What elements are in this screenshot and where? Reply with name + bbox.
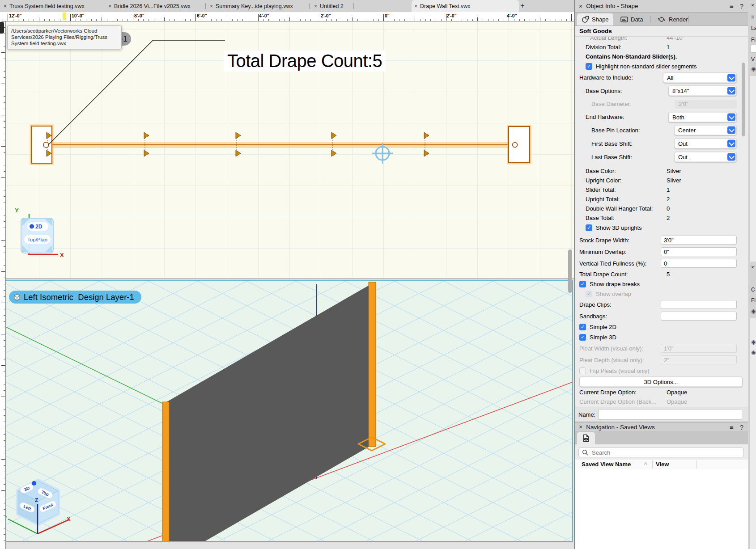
minimum-overlap-input[interactable] [661, 247, 737, 256]
tab-untitled-2[interactable]: × Untitled 2 [311, 0, 357, 12]
sandbags-input[interactable] [661, 312, 737, 321]
sort-asc-icon[interactable]: ^ [644, 461, 647, 468]
navigation-header: × Navigation - Saved Views ≡ ? [575, 422, 748, 431]
horizontal-scrollbar-area[interactable] [0, 542, 574, 549]
menu-icon[interactable]: ≡ [730, 2, 734, 10]
cube-z-axis-label: Z [35, 497, 38, 503]
close-icon[interactable]: × [579, 423, 582, 431]
hardware-include-dropdown[interactable]: All [663, 72, 737, 83]
panel-divider[interactable] [574, 0, 575, 549]
help-icon[interactable]: ? [740, 423, 743, 431]
menu-icon[interactable]: ≡ [751, 14, 754, 20]
isometric-viewport[interactable]: 3D Top Left Front Y X Z Left Isometric D… [0, 280, 573, 542]
row-double-wall-hanger-total: Double Wall Hanger Total:0 [575, 204, 748, 213]
vertical-tied-fullness-input[interactable] [661, 259, 737, 268]
clipped-label: C [751, 287, 755, 293]
tab-summary[interactable]: × Summary Key...ide playing.vwx [207, 0, 313, 12]
saved-views-list[interactable] [575, 469, 748, 549]
teapot-icon [657, 16, 666, 23]
iso-layer-pill[interactable]: Left Isometric Design Layer-1 [9, 291, 141, 304]
close-icon[interactable]: × [4, 3, 7, 9]
drape-clips-input[interactable] [661, 300, 737, 309]
base-diameter-field: 2'0" [675, 100, 737, 109]
y-axis-label: Y [15, 207, 19, 214]
panel-scrollbar-thumb[interactable] [742, 63, 745, 136]
checkbox-checked[interactable]: ✓ [579, 334, 586, 341]
row-upright-total: Upright Total:2 [575, 194, 748, 204]
column-view[interactable]: View [656, 461, 669, 468]
help-icon[interactable]: ? [740, 2, 743, 10]
tab-data[interactable]: Data [616, 13, 647, 25]
new-tab-button[interactable]: + [518, 1, 527, 10]
row-drape-clips: Drape Clips: [575, 299, 748, 310]
tab-divider [309, 3, 310, 9]
tab-truss-system[interactable]: × Truss System field testing.vwx [1, 0, 107, 12]
drape-count-annotation[interactable]: Total Drape Count:5 [224, 51, 386, 72]
tab-label: Drape Wall Test.vwx [420, 3, 471, 9]
close-icon[interactable]: × [108, 3, 111, 9]
eye-icon[interactable]: ◉ [751, 308, 756, 314]
tab-drape-wall-test[interactable]: × Drape Wall Test.vwx [412, 0, 519, 12]
clipped-field [751, 45, 756, 53]
close-icon[interactable]: × [210, 3, 213, 9]
close-icon[interactable]: × [751, 2, 754, 8]
close-icon[interactable]: × [579, 3, 582, 10]
chevron-down-icon [727, 113, 735, 121]
top-plan-viewport[interactable]: Y X 2D Top/Plan /Users/scottparker/Vecto… [0, 21, 574, 278]
widget-mode-label: 2D [35, 224, 42, 230]
upright-left [162, 402, 169, 541]
name-input[interactable] [598, 409, 742, 420]
chevron-down-icon [727, 140, 735, 148]
search-icon [582, 449, 588, 456]
close-icon[interactable]: × [751, 264, 754, 270]
tab-divider [205, 3, 206, 9]
canvas-scrollbar-thumb[interactable] [568, 249, 572, 293]
name-row: Name: [575, 407, 748, 422]
search-field[interactable] [578, 448, 744, 457]
tab-divider [353, 3, 354, 9]
checkbox-checked[interactable]: ✓ [586, 63, 592, 70]
checkbox-checked[interactable]: ✓ [579, 281, 586, 287]
menu-icon[interactable]: ≡ [730, 423, 734, 431]
row-pleat-width: Pleat Width (visual only): [575, 342, 748, 354]
tab-bridle[interactable]: × Bridle 2026 Vi...File v2025.vwx [106, 0, 209, 12]
end-hardware-dropdown[interactable]: Both [668, 112, 737, 122]
close-icon[interactable]: × [314, 3, 317, 9]
close-icon[interactable]: × [414, 3, 417, 9]
view-mode-widget[interactable]: 2D Top/Plan [21, 218, 53, 253]
first-base-shift-dropdown[interactable]: Out [674, 139, 737, 149]
ruler-tick-label: 2'-0" [321, 13, 331, 18]
base-pin-dropdown[interactable]: Center [674, 125, 737, 135]
last-base-shift-dropdown[interactable]: Out [674, 152, 737, 162]
pleat-width-input [661, 344, 737, 353]
row-base-pin-location: Base Pin Location: Center [575, 123, 748, 137]
saved-views-tab[interactable] [577, 432, 595, 444]
column-saved-view-name[interactable]: Saved View Name [582, 461, 631, 468]
ruler-tick-label: 8'-0" [134, 13, 144, 18]
row-show-3d-uprights: ✓ Show 3D uprights [575, 223, 748, 232]
document-tab-bar: × Truss System field testing.vwx × Bridl… [0, 0, 575, 13]
eye-icon[interactable]: ◉ [751, 349, 756, 355]
eye-icon[interactable]: ◉ [751, 66, 756, 72]
3d-options-button[interactable]: 3D Options... [579, 376, 743, 387]
base-options-dropdown[interactable]: 8"x14" [668, 86, 737, 96]
ruler-tick-label: 6'-0" [197, 13, 207, 18]
end-point-right [513, 143, 518, 148]
checkbox-checked[interactable]: ✓ [579, 324, 586, 330]
ruler-tick-label: 10'-0" [72, 13, 85, 18]
drawing-canvas[interactable]: Y X 2D Top/Plan /Users/scottparker/Vecto… [0, 12, 574, 549]
row-total-drape-count: Total Drape Count:5 [575, 269, 748, 279]
row-pleat-depth: Pleat Depth (visual only): [575, 354, 748, 366]
search-input[interactable] [591, 449, 727, 456]
ruler-tick-label: 2'-0" [446, 13, 457, 18]
eye-icon[interactable]: ◉ [751, 339, 756, 345]
row-upright-color: Upright Color:Silver [575, 176, 748, 185]
tab-render[interactable]: Render [653, 13, 692, 25]
row-contains-warning: Contains Non-Standard Slider(s). [575, 52, 748, 61]
stock-drape-width-input[interactable] [661, 236, 737, 245]
checkbox-disabled-unchecked [579, 367, 586, 374]
checkbox-checked[interactable]: ✓ [586, 224, 592, 231]
shape-icon [582, 16, 589, 23]
row-last-base-shift: Last Base Shift: Out [575, 150, 748, 164]
tab-shape[interactable]: Shape [577, 13, 613, 25]
